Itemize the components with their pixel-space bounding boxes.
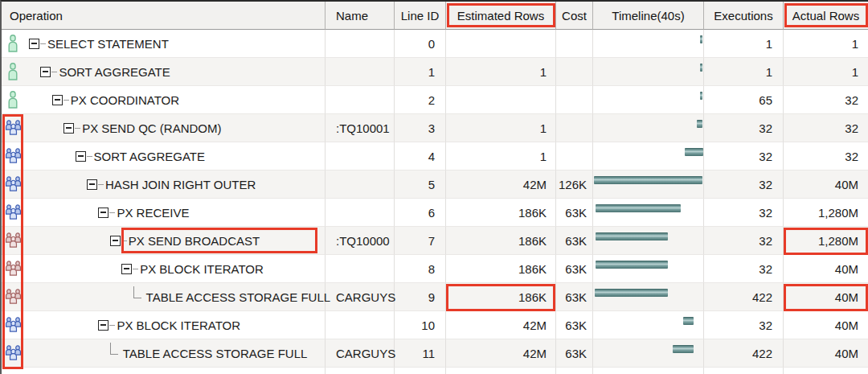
timeline-bar <box>697 120 702 128</box>
estimated-rows-cell <box>446 30 556 58</box>
column-header-label: Cost <box>562 9 587 23</box>
executions-cell-value: 422 <box>752 290 772 304</box>
actual-rows-cell-value: 40M <box>835 319 858 332</box>
executions-cell: 422 <box>704 283 784 311</box>
parallel-servers-group-icon-blue <box>2 147 24 166</box>
operation-label: PX SEND QC (RANDOM) <box>82 121 221 135</box>
cost-cell: 63K <box>556 339 593 368</box>
plan-row[interactable]: SORT AGGREGATE413232 <box>2 142 868 171</box>
column-header-operation[interactable]: Operation <box>2 2 326 30</box>
executions-cell-value: 1 <box>766 65 772 79</box>
serial-user-icon <box>2 35 24 52</box>
cost-cell: 63K <box>556 199 593 227</box>
empty-cell <box>395 368 446 374</box>
collapse-expander-icon[interactable] <box>110 236 121 246</box>
collapse-expander-icon[interactable] <box>98 208 108 218</box>
parallel-servers-group-icon-blue <box>2 344 24 363</box>
timeline-cell <box>593 30 704 58</box>
collapse-expander-icon[interactable] <box>52 95 63 105</box>
serial-user-icon <box>2 91 24 109</box>
operation-cell: SORT AGGREGATE <box>2 58 326 86</box>
name-cell-value: :TQ10000 <box>336 234 390 248</box>
line-id-cell-value: 0 <box>428 37 435 51</box>
column-header-timeline[interactable]: Timeline(40s) <box>593 2 704 30</box>
tree-elbow-connector <box>110 343 118 355</box>
collapse-expander-icon[interactable] <box>87 179 97 190</box>
actual-rows-cell-value: 40M <box>835 347 858 360</box>
operation-label: PX SEND BROADCAST <box>129 234 260 248</box>
column-header-estimated-rows[interactable]: Estimated Rows <box>446 2 556 30</box>
name-cell <box>326 311 395 339</box>
estimated-rows-cell-value: 42M <box>523 319 547 332</box>
plan-row[interactable]: SORT AGGREGATE1111 <box>2 58 868 86</box>
plan-row[interactable]: PX RECEIVE6186K63K321,280M <box>2 199 868 227</box>
column-header-actual-rows[interactable]: Actual Rows <box>784 2 868 30</box>
plan-row[interactable]: PX BLOCK ITERATOR8186K63K3240M <box>2 255 868 283</box>
cost-cell-value: 63K <box>565 347 587 360</box>
collapse-expander-icon[interactable] <box>98 320 108 331</box>
timeline-bar <box>596 261 668 269</box>
plan-row[interactable]: PX COORDINATOR26532 <box>2 86 868 114</box>
cost-cell <box>556 30 593 58</box>
cost-cell <box>556 142 593 171</box>
collapse-expander-icon[interactable] <box>29 39 39 49</box>
cost-cell-value: 126K <box>559 178 587 191</box>
cost-cell <box>556 86 593 114</box>
executions-cell-value: 422 <box>752 347 772 360</box>
parallel-servers-group-icon-blue <box>2 119 24 138</box>
operation-label: PX BLOCK ITERATOR <box>117 319 240 332</box>
plan-row[interactable]: PX SEND BROADCAST:TQ100007186K63K321,280… <box>2 227 868 255</box>
estimated-rows-cell: 42M <box>446 311 556 339</box>
column-header-label: Estimated Rows <box>457 9 544 23</box>
table-header-row: OperationNameLine IDEstimated RowsCostTi… <box>2 2 868 30</box>
column-header-name[interactable]: Name <box>326 2 395 30</box>
collapse-expander-icon[interactable] <box>76 151 86 162</box>
collapse-expander-icon[interactable] <box>63 123 74 134</box>
empty-cell <box>704 368 784 374</box>
actual-rows-cell-value: 1 <box>852 65 858 79</box>
executions-cell: 32 <box>704 114 784 142</box>
actual-rows-cell-value: 40M <box>835 178 858 191</box>
estimated-rows-cell <box>446 86 556 114</box>
actual-rows-cell: 32 <box>784 86 868 114</box>
executions-cell-value: 32 <box>759 206 772 220</box>
name-cell-value: :TQ10001 <box>336 121 390 135</box>
estimated-rows-cell-value: 186K <box>518 262 547 276</box>
line-id-cell-value: 5 <box>428 178 435 191</box>
empty-cell <box>593 368 704 374</box>
column-header-cost[interactable]: Cost <box>556 2 593 30</box>
empty-cell <box>446 368 556 374</box>
collapse-expander-icon[interactable] <box>121 264 132 274</box>
name-cell <box>326 86 395 114</box>
column-header-executions[interactable]: Executions <box>704 2 784 30</box>
line-id-cell-value: 6 <box>428 206 435 220</box>
name-cell-value: CARGUYS <box>336 290 395 304</box>
name-cell: CARGUYS <box>326 283 395 311</box>
plan-row[interactable]: PX BLOCK ITERATOR1042M63K3240M <box>2 311 868 339</box>
timeline-bar <box>700 64 702 72</box>
timeline-bar <box>596 204 680 212</box>
parallel-servers-group-icon-red <box>2 260 24 278</box>
operation-cell: PX COORDINATOR <box>2 86 326 114</box>
plan-row[interactable]: TABLE ACCESS STORAGE FULLCARGUYS1142M63K… <box>2 339 868 368</box>
executions-cell-value: 32 <box>759 150 772 163</box>
executions-cell: 422 <box>704 339 784 368</box>
executions-cell-value: 32 <box>759 319 772 332</box>
timeline-cell <box>593 255 704 283</box>
timeline-cell <box>593 339 704 368</box>
cost-cell: 63K <box>556 311 593 339</box>
name-cell <box>326 30 395 58</box>
estimated-rows-cell-value: 1 <box>540 65 547 79</box>
plan-row[interactable]: PX SEND QC (RANDOM):TQ10001313232 <box>2 114 868 142</box>
plan-row[interactable]: SELECT STATEMENT011 <box>2 30 868 58</box>
cost-cell: 63K <box>556 227 593 255</box>
plan-row[interactable]: TABLE ACCESS STORAGE FULLCARGUYS9186K63K… <box>2 283 868 311</box>
empty-cell <box>784 368 868 374</box>
actual-rows-cell: 40M <box>784 311 868 339</box>
collapse-expander-icon[interactable] <box>40 67 51 77</box>
column-header-line-id[interactable]: Line ID <box>395 2 446 30</box>
plan-row[interactable]: HASH JOIN RIGHT OUTER542M126K3240M <box>2 171 868 199</box>
cost-cell-value: 63K <box>565 206 587 220</box>
timeline-cell <box>593 311 704 339</box>
executions-cell-value: 65 <box>759 93 772 107</box>
